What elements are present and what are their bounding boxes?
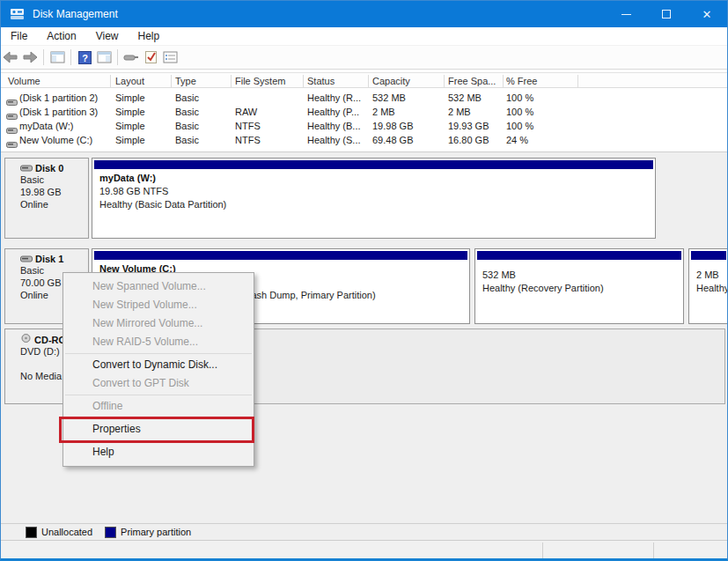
- check-document-icon[interactable]: [141, 48, 160, 66]
- toolbar-separator: [70, 49, 71, 65]
- partition-mydata[interactable]: myData (W:) 19.98 GB NTFS Healthy (Basic…: [92, 158, 656, 239]
- menu-action[interactable]: Action: [37, 27, 85, 46]
- table-row[interactable]: myData (W:) Simple Basic NTFS Healthy (B…: [1, 119, 727, 133]
- column-divider: [110, 75, 111, 87]
- minimize-button[interactable]: [606, 1, 646, 27]
- app-icon: [10, 7, 26, 21]
- legend: Unallocated Primary partition: [1, 523, 727, 540]
- title-bar: Disk Management ✕: [1, 1, 727, 27]
- col-capacity[interactable]: Capacity: [372, 73, 410, 89]
- help-icon[interactable]: ?: [75, 48, 94, 66]
- table-row[interactable]: (Disk 1 partition 3) Simple Basic RAW He…: [1, 105, 727, 119]
- disk0-header[interactable]: Disk 0 Basic 19.98 GB Online: [4, 158, 89, 239]
- forward-icon[interactable]: [20, 48, 40, 66]
- col-status[interactable]: Status: [307, 73, 335, 89]
- primary-partition-bar: [477, 251, 681, 262]
- col-type[interactable]: Type: [175, 73, 196, 89]
- unallocated-swatch: [26, 527, 37, 538]
- column-divider: [231, 75, 232, 87]
- legend-primary-partition: Primary partition: [121, 527, 191, 537]
- col-free-space[interactable]: Free Spa...: [448, 73, 496, 89]
- col-percent-free[interactable]: % Free: [506, 73, 537, 89]
- col-layout[interactable]: Layout: [115, 73, 144, 89]
- close-icon: ✕: [702, 9, 712, 20]
- toolbar-separator: [117, 49, 118, 65]
- menu-item-new-mirrored-volume: New Mirrored Volume...: [63, 314, 254, 333]
- disk-tool-icon[interactable]: [121, 48, 141, 66]
- toolbar: ?: [1, 46, 727, 70]
- menu-separator: [63, 351, 254, 356]
- column-divider: [368, 75, 369, 87]
- disk0-type: Basic: [8, 173, 88, 186]
- disk-icon: [20, 163, 33, 173]
- column-divider: [577, 75, 578, 87]
- menu-separator: [63, 393, 254, 397]
- window-title: Disk Management: [33, 8, 118, 20]
- primary-partition-bar: [94, 160, 653, 171]
- legend-unallocated: Unallocated: [41, 527, 92, 537]
- minimize-icon: [621, 14, 631, 15]
- col-volume[interactable]: Volume: [8, 73, 40, 89]
- column-divider: [171, 75, 172, 87]
- status-divider: [653, 543, 654, 558]
- menu-item-convert-to-dynamic-disk[interactable]: Convert to Dynamic Disk...: [63, 356, 254, 374]
- maximize-button[interactable]: [646, 1, 687, 27]
- menu-file[interactable]: File: [1, 27, 37, 46]
- menu-separator: [63, 439, 254, 443]
- disk0-status: Online: [8, 198, 88, 210]
- volume-list: Volume Layout Type File System Status Ca…: [1, 70, 727, 151]
- show-action-pane-icon[interactable]: [94, 48, 114, 66]
- menu-item-new-raid5-volume: New RAID-5 Volume...: [63, 333, 254, 351]
- menu-bar: File Action View Help: [1, 27, 727, 46]
- menu-separator: [63, 416, 254, 420]
- back-icon[interactable]: [1, 48, 20, 66]
- partition-2mb[interactable]: 2 MB Healthy: [688, 248, 728, 324]
- menu-item-properties[interactable]: Properties: [63, 420, 254, 439]
- primary-partition-swatch: [105, 527, 116, 538]
- column-divider: [303, 75, 304, 87]
- properties-list-icon[interactable]: [160, 48, 180, 66]
- table-row[interactable]: (Disk 1 partition 2) Simple Basic Health…: [1, 91, 727, 105]
- disk0-size: 19.98 GB: [8, 186, 88, 198]
- svg-text:?: ?: [82, 52, 88, 63]
- volume-icon: [6, 137, 18, 152]
- primary-partition-bar: [691, 251, 726, 262]
- primary-partition-bar: [94, 251, 467, 262]
- disk-management-window: Disk Management ✕ File Action View Help …: [0, 0, 728, 561]
- cd-rom-icon: [20, 334, 32, 345]
- menu-help[interactable]: Help: [129, 27, 170, 46]
- status-divider: [542, 543, 543, 558]
- col-file-system[interactable]: File System: [235, 73, 285, 89]
- toolbar-separator: [43, 49, 44, 65]
- menu-view[interactable]: View: [86, 27, 129, 46]
- column-divider: [444, 75, 445, 87]
- menu-item-new-striped-volume: New Striped Volume...: [63, 296, 254, 314]
- volume-list-header: Volume Layout Type File System Status Ca…: [1, 72, 727, 88]
- menu-item-offline: Offline: [63, 397, 254, 416]
- menu-item-convert-to-gpt-disk: Convert to GPT Disk: [63, 374, 254, 393]
- disk-context-menu: New Spanned Volume... New Striped Volume…: [63, 272, 254, 467]
- disk0-row: Disk 0 Basic 19.98 GB Online myData (W:)…: [4, 158, 657, 239]
- maximize-icon: [662, 10, 671, 18]
- menu-item-new-spanned-volume: New Spanned Volume...: [63, 277, 254, 296]
- close-button[interactable]: ✕: [687, 1, 727, 27]
- show-console-tree-icon[interactable]: [48, 48, 67, 66]
- table-row[interactable]: New Volume (C:) Simple Basic NTFS Health…: [1, 133, 727, 147]
- column-divider: [503, 75, 504, 87]
- disk-icon: [20, 254, 33, 264]
- status-bar: [1, 540, 727, 559]
- menu-item-help[interactable]: Help: [63, 443, 254, 461]
- partition-recovery[interactable]: 532 MB Healthy (Recovery Partition): [474, 248, 684, 324]
